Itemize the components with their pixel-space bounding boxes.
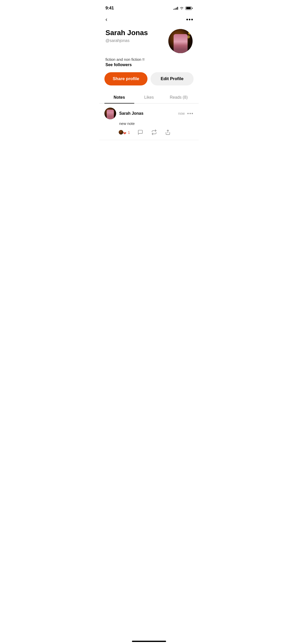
profile-avatar <box>168 29 193 53</box>
note-user: Sarah Jonas <box>104 108 143 119</box>
note-text: new note <box>104 121 194 126</box>
profile-bio: fiction and non fiction !! <box>99 57 199 62</box>
share-icon <box>165 129 171 136</box>
status-bar: 9:41 <box>99 0 199 13</box>
tab-likes[interactable]: Likes <box>134 92 164 103</box>
note-header: Sarah Jonas now ••• <box>104 108 194 119</box>
note-actions: ❤ 1 <box>104 129 194 136</box>
avatar-image <box>168 29 193 53</box>
more-button[interactable]: ••• <box>186 16 194 23</box>
comment-action[interactable] <box>137 129 144 136</box>
battery-icon <box>185 7 193 10</box>
share-action[interactable] <box>165 129 171 136</box>
note-author-name: Sarah Jonas <box>119 111 143 116</box>
status-time: 9:41 <box>105 6 114 11</box>
edit-profile-button[interactable]: Edit Profile <box>151 72 194 85</box>
comment-icon <box>137 129 144 136</box>
signal-icon <box>173 7 178 10</box>
like-icons: ❤ <box>118 129 126 136</box>
tab-notes[interactable]: Notes <box>104 92 134 103</box>
see-followers-button[interactable]: See followers <box>99 63 199 67</box>
profile-name: Sarah Jonas <box>105 29 163 37</box>
tabs: Notes Likes Reads (8) <box>99 92 199 104</box>
wifi-icon <box>180 7 184 10</box>
like-action[interactable]: ❤ 1 <box>118 129 130 136</box>
status-icons <box>173 7 193 10</box>
heart-icon: ❤ <box>123 131 126 136</box>
action-buttons: Share profile Edit Profile <box>99 72 199 85</box>
back-button[interactable]: ‹ <box>104 15 108 24</box>
note-author-avatar <box>104 108 116 119</box>
profile-header: Sarah Jonas @sarahjonas <box>99 26 199 53</box>
note-more-button[interactable]: ••• <box>187 111 194 116</box>
note-time: now <box>178 111 185 115</box>
repost-icon <box>151 129 157 136</box>
profile-info: Sarah Jonas @sarahjonas <box>105 29 168 48</box>
share-profile-button[interactable]: Share profile <box>104 72 147 85</box>
tab-reads[interactable]: Reads (8) <box>164 92 194 103</box>
like-count: 1 <box>128 130 130 135</box>
repost-action[interactable] <box>151 129 157 136</box>
note-item: Sarah Jonas now ••• new note ❤ 1 <box>99 104 199 140</box>
nav-bar: ‹ ••• <box>99 13 199 26</box>
note-meta: now ••• <box>178 111 194 116</box>
profile-username: @sarahjonas <box>105 38 163 43</box>
